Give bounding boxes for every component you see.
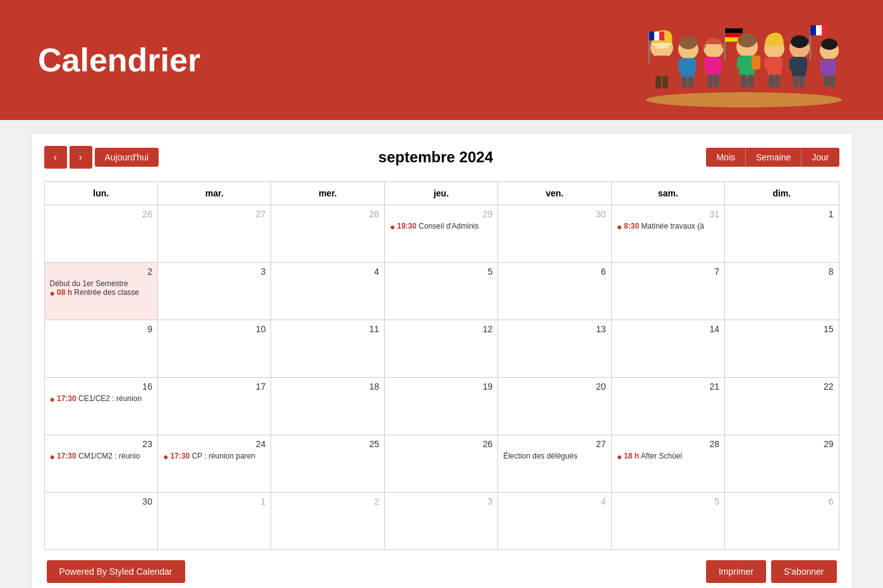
svg-rect-62 [830, 75, 835, 87]
print-button[interactable]: Imprimer [706, 560, 766, 583]
week-row: 2 Début du 1er Semestre ● 08 h Rentrée d… [45, 263, 839, 320]
calendar-event[interactable]: ● 08 h Rentrée des classe [50, 288, 152, 299]
day-cell[interactable]: 27 [158, 205, 271, 262]
calendar-event[interactable]: ● 19:30 Conseil d'Adminis [390, 222, 492, 232]
svg-rect-5 [666, 57, 671, 71]
day-cell[interactable]: 4 [271, 263, 384, 320]
day-cell[interactable]: 8 [725, 263, 838, 320]
svg-point-20 [698, 42, 706, 49]
weeks-container: 26 27 28 29 ● 19:30 Conseil d'Adminis 30… [45, 205, 839, 550]
day-cell[interactable]: 25 [271, 435, 384, 492]
day-number: 4 [276, 267, 379, 277]
calendar-event[interactable]: ● 17:30 CM1/CM2 : réunio [50, 452, 152, 462]
view-month-button[interactable]: Mois [706, 148, 745, 167]
svg-rect-10 [654, 32, 659, 40]
subscribe-button[interactable]: S'abonner [771, 560, 836, 583]
event-dot: ● [390, 222, 395, 232]
day-cell[interactable]: 16 ● 17:30 CE1/CE2 : réunion [45, 378, 158, 435]
day-number: 1 [163, 496, 265, 507]
day-number: 12 [390, 324, 492, 334]
day-cell[interactable]: 2 [271, 493, 384, 549]
calendar-event[interactable]: ● 18 h After Schüel [617, 452, 719, 462]
day-cell[interactable]: 29 ● 19:30 Conseil d'Adminis [385, 205, 498, 262]
day-cell[interactable]: 22 [725, 378, 838, 435]
day-cell[interactable]: 1 [158, 493, 271, 549]
event-text: 17:30 CE1/CE2 : réunion [57, 394, 142, 404]
day-cell[interactable]: 1 [725, 205, 838, 262]
day-cell[interactable]: 31 ● 8:30 Matinée travaux (à [612, 205, 725, 262]
day-cell[interactable]: 5 [612, 493, 725, 549]
day-cell[interactable]: 9 [45, 320, 158, 377]
day-cell[interactable]: 3 [158, 263, 271, 320]
svg-point-13 [679, 37, 697, 49]
svg-rect-37 [741, 75, 746, 87]
day-number: 19 [390, 381, 492, 392]
day-cell[interactable]: 26 [45, 205, 158, 262]
day-cell[interactable]: 28 ● 18 h After Schüel [612, 435, 725, 492]
day-cell[interactable]: 17 [158, 378, 271, 435]
powered-by-button[interactable]: Powered By Styled Calendar [47, 560, 185, 583]
day-cell[interactable]: 21 [612, 378, 725, 435]
day-cell[interactable]: 27 Élection des délégués [498, 435, 611, 492]
day-cell[interactable]: 18 [271, 378, 384, 435]
day-number: 1 [730, 209, 833, 219]
day-header-mon: lun. [45, 182, 158, 205]
day-cell[interactable]: 3 [385, 493, 498, 549]
day-cell[interactable]: 11 [271, 320, 384, 377]
view-week-button[interactable]: Semaine [745, 148, 801, 167]
day-cell[interactable]: 30 [45, 493, 158, 549]
day-number: 5 [617, 496, 719, 507]
calendar-event[interactable]: ● 17:30 CP : réunion paren [163, 452, 265, 462]
day-cell[interactable]: 26 [385, 435, 498, 492]
prev-button[interactable]: ‹ [44, 146, 67, 169]
day-cell[interactable]: 7 [612, 263, 725, 320]
next-button[interactable]: › [70, 146, 92, 169]
day-cell[interactable]: 24 ● 17:30 CP : réunion paren [158, 435, 271, 492]
calendar-event[interactable]: ● 8:30 Matinée travaux (à [617, 222, 719, 232]
svg-rect-28 [725, 28, 743, 33]
day-cell[interactable]: 6 [725, 493, 838, 549]
svg-rect-9 [649, 32, 654, 40]
day-number: 3 [163, 267, 265, 277]
day-cell[interactable]: 29 [725, 435, 838, 492]
week-row: 30 1 2 3 4 5 6 [45, 493, 839, 550]
day-cell[interactable]: 12 [385, 320, 498, 377]
day-cell[interactable]: 20 [498, 378, 611, 435]
svg-rect-36 [752, 56, 760, 69]
svg-rect-6 [655, 76, 661, 88]
kids-illustration-svg [643, 13, 845, 107]
day-number: 26 [50, 209, 152, 219]
day-cell[interactable]: 28 [271, 205, 384, 262]
day-cell[interactable]: 19 [385, 378, 498, 435]
svg-point-57 [821, 39, 837, 50]
event-text: 18 h After Schüel [624, 452, 682, 462]
svg-rect-38 [748, 75, 753, 87]
day-cell[interactable]: 13 [498, 320, 611, 377]
week-row: 9 10 11 12 13 14 15 [45, 320, 839, 378]
calendar-event[interactable]: ● 17:30 CE1/CE2 : réunion [50, 394, 152, 405]
day-cell[interactable]: 14 [612, 320, 725, 377]
day-cell[interactable]: 5 [385, 263, 498, 320]
day-number: 13 [503, 324, 606, 334]
day-cell[interactable]: 4 [498, 493, 611, 549]
svg-rect-50 [793, 76, 798, 87]
day-header-wed: mer. [271, 182, 384, 205]
svg-rect-43 [769, 75, 774, 87]
day-cell[interactable]: 15 [725, 320, 838, 377]
event-label: Élection des délégués [503, 452, 606, 460]
week-row: 26 27 28 29 ● 19:30 Conseil d'Adminis 30… [45, 205, 839, 263]
day-number: 2 [276, 496, 379, 507]
day-cell[interactable]: 6 [498, 263, 611, 320]
svg-rect-4 [652, 57, 657, 71]
day-number: 11 [276, 324, 379, 334]
day-cell[interactable]: 23 ● 17:30 CM1/CM2 : réunio [45, 435, 158, 492]
today-button[interactable]: Aujourd'hui [95, 148, 159, 167]
svg-rect-26 [714, 75, 719, 87]
view-day-button[interactable]: Jour [801, 148, 839, 167]
day-cell[interactable]: 30 [498, 205, 611, 262]
week-row: 16 ● 17:30 CE1/CE2 : réunion 17 18 19 20… [45, 378, 839, 435]
day-cell[interactable]: 2 Début du 1er Semestre ● 08 h Rentrée d… [45, 263, 158, 320]
day-cell[interactable]: 10 [158, 320, 271, 377]
event-text: 17:30 CM1/CM2 : réunio [57, 452, 140, 462]
day-number: 6 [503, 267, 606, 277]
